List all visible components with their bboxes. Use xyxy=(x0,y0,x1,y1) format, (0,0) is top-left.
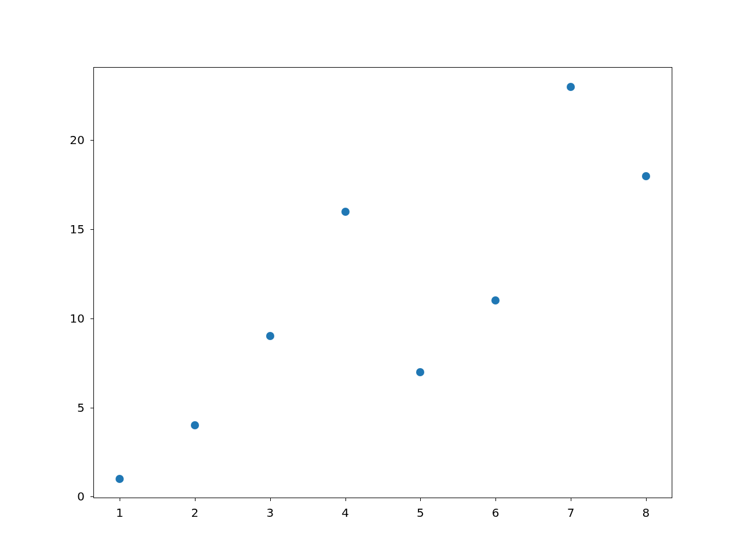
y-tick xyxy=(90,140,93,141)
figure: 1234567805101520 xyxy=(0,0,747,560)
y-tick-label: 15 xyxy=(70,222,85,236)
x-tick xyxy=(646,498,647,501)
x-tick xyxy=(495,498,496,501)
data-point xyxy=(191,421,199,429)
x-tick-label: 3 xyxy=(266,506,274,520)
x-tick-label: 6 xyxy=(492,506,500,520)
y-tick xyxy=(90,496,93,497)
y-tick-label: 0 xyxy=(77,489,85,503)
y-tick xyxy=(90,408,93,408)
data-point xyxy=(116,475,124,483)
x-tick-label: 2 xyxy=(191,506,199,520)
y-tick-label: 20 xyxy=(70,133,85,147)
x-tick-label: 8 xyxy=(643,506,650,520)
x-tick xyxy=(420,498,421,501)
x-tick-label: 1 xyxy=(116,506,124,520)
x-tick xyxy=(195,498,196,501)
y-tick-label: 10 xyxy=(70,312,85,326)
x-tick-label: 7 xyxy=(567,506,575,520)
data-point xyxy=(341,208,350,216)
x-tick-label: 5 xyxy=(417,506,424,520)
y-tick xyxy=(90,318,93,319)
x-tick xyxy=(120,498,120,501)
x-tick xyxy=(270,498,271,501)
y-tick-label: 5 xyxy=(77,401,85,415)
x-tick xyxy=(571,498,571,501)
data-point xyxy=(567,83,575,91)
x-tick xyxy=(345,498,346,501)
data-point xyxy=(416,368,424,376)
y-tick xyxy=(90,229,93,230)
x-tick-label: 4 xyxy=(341,506,349,520)
plot-area xyxy=(93,67,672,498)
data-point xyxy=(642,172,650,180)
